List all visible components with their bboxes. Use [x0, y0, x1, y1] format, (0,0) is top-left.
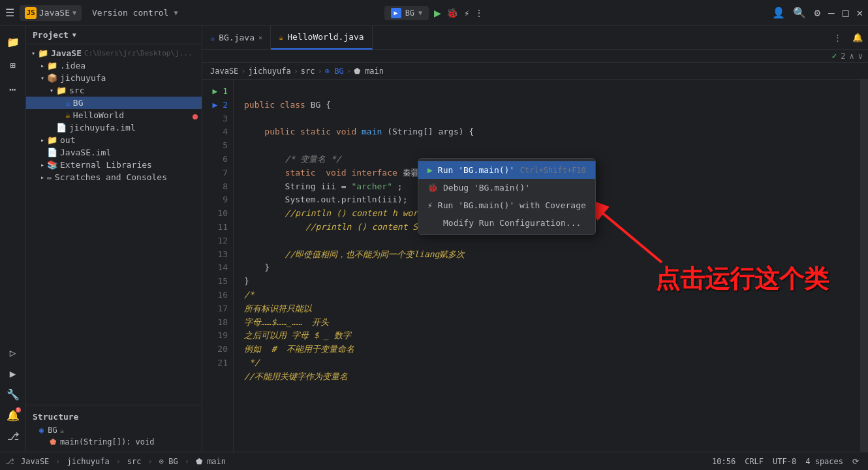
notification-bell[interactable]: 🔔	[847, 33, 868, 42]
statusbar-src[interactable]: src	[123, 457, 146, 466]
folder-icon-src: 📁	[56, 86, 67, 95]
tree-label-out: out	[60, 135, 75, 145]
folder-icon-btn[interactable]: 📁	[3, 31, 23, 52]
structure-item-bg-class[interactable]: ◉ BG ☕	[26, 424, 202, 436]
modify-menu-label: Modify Run Configuration...	[443, 218, 581, 228]
breadcrumb-javase[interactable]: JavaSE	[210, 67, 238, 76]
line-21-num: 21	[202, 356, 228, 370]
project-name-label: JavaSE	[39, 8, 70, 18]
context-menu-run[interactable]: ▶ Run 'BG.main()' Ctrl+Shift+F10	[418, 161, 595, 179]
run-config-selector[interactable]: ▶ BG ▼	[384, 6, 429, 20]
run-button[interactable]: ▶	[434, 6, 441, 20]
line-5-num: 5	[202, 139, 228, 153]
account-icon[interactable]: 👤	[772, 7, 785, 19]
sidebar-dropdown-icon[interactable]: ▼	[72, 31, 76, 39]
play-icon-btn[interactable]: ▶	[3, 363, 23, 384]
debug-button[interactable]: 🐞	[446, 7, 459, 19]
breadcrumb-main[interactable]: ⬟ main	[354, 67, 384, 76]
notifications-icon-btn[interactable]: 🔔 1	[3, 405, 23, 426]
coverage-menu-label: Run 'BG.main()' with Coverage	[438, 200, 586, 210]
code-editor[interactable]: public class BG { public static void mai…	[234, 80, 860, 452]
scratches-icon: ✏️	[47, 172, 52, 182]
sidebar: Project ▼ ▾ 📁 JavaSE C:\Users\jrz\Deskto…	[26, 26, 202, 452]
class-icon-small: ☕	[60, 426, 65, 435]
breadcrumb-src[interactable]: src	[301, 67, 315, 76]
project-panel-label[interactable]: Project	[33, 30, 69, 40]
run-icon-btn[interactable]: ▷	[3, 342, 23, 363]
minimize-button[interactable]: —	[828, 7, 835, 19]
line-11-num: 11	[202, 221, 228, 234]
tools-icon-btn[interactable]: 🔧	[3, 384, 23, 405]
structure-panel: Structure ◉ BG ☕ ⬟ main(String[]): void	[26, 405, 202, 452]
hamburger-menu-icon[interactable]: ☰	[5, 7, 14, 19]
line-20-num: 20	[202, 343, 228, 356]
tree-arrow-jichuyufa: ▾	[38, 74, 47, 82]
git-icon-btn[interactable]: ⎇	[3, 426, 23, 446]
settings-icon[interactable]: ⚙	[814, 7, 820, 19]
nav-down-icon[interactable]: ∨	[858, 52, 863, 61]
tree-item-jichuyufa[interactable]: ▾ 📦 jichuyufa	[26, 72, 202, 84]
tree-arrow-javase: ▾	[29, 50, 38, 57]
line-numbers: ▶ 1 ▶ 2 3 4 5 6 7 8 9 10 11 12 13 14 15 …	[202, 80, 234, 452]
statusbar-javase[interactable]: JavaSE	[17, 457, 53, 466]
context-menu-coverage[interactable]: ⚡ Run 'BG.main()' with Coverage	[418, 196, 595, 214]
more-button[interactable]: ⋮	[474, 8, 484, 18]
statusbar: ⎇ JavaSE › jichuyufa › src › ⊙ BG › ⬟ ma…	[0, 452, 868, 470]
tree-item-idea[interactable]: ▸ 📁 .idea	[26, 59, 202, 72]
run-config-dropdown-icon: ▼	[418, 9, 422, 16]
tree-item-helloworld[interactable]: ☕ HelloWorld	[26, 109, 202, 121]
tree-item-javase[interactable]: ▾ 📁 JavaSE C:\Users\jrz\Desktop\j...	[26, 47, 202, 59]
close-button[interactable]: ✕	[856, 7, 863, 19]
line-1-gutter[interactable]: ▶ 1	[202, 85, 228, 99]
structure-item-main-method[interactable]: ⬟ main(String[]): void	[26, 436, 202, 448]
tabs-more-button[interactable]: ⋮	[828, 33, 847, 42]
tree-label-helloworld: HelloWorld	[73, 110, 124, 120]
editor-scrollbar[interactable]	[860, 80, 868, 452]
tab-bg[interactable]: ☕ BG.java ✕	[202, 26, 271, 50]
breadcrumb-jichuyufa[interactable]: jichuyufa	[249, 67, 291, 76]
sidebar-tree: ▾ 📁 JavaSE C:\Users\jrz\Desktop\j... ▸ 📁…	[26, 44, 202, 405]
tree-item-ext-libs[interactable]: ▸ 📚 External Libraries	[26, 159, 202, 171]
line-2-gutter: ▶ 2	[202, 99, 228, 112]
tree-item-javase-iml[interactable]: 📄 JavaSE.iml	[26, 146, 202, 159]
statusbar-sync-icon[interactable]: ⟳	[848, 457, 863, 466]
coverage-button[interactable]: ⚡	[464, 8, 469, 18]
maximize-button[interactable]: □	[843, 7, 849, 19]
icon-bar-bottom: ▷ ▶ 🔧 🔔 1 ⎇	[3, 342, 23, 446]
class-icon-bg: ◉	[39, 426, 44, 435]
statusbar-main[interactable]: ⬟ main	[192, 457, 230, 466]
breadcrumb-sep3: ›	[318, 67, 322, 76]
statusbar-crlf[interactable]: CRLF	[741, 457, 767, 466]
tree-item-jichuyufa-iml[interactable]: 📄 jichuyufa.iml	[26, 121, 202, 134]
statusbar-bg[interactable]: ⊙ BG	[155, 457, 182, 466]
folder-icon-javase: 📁	[38, 48, 48, 58]
search-icon[interactable]: 🔍	[793, 7, 806, 19]
statusbar-encoding[interactable]: UTF-8	[769, 457, 800, 466]
structure-icon-btn[interactable]: ⊞	[3, 55, 23, 76]
tab-close-bg[interactable]: ✕	[258, 34, 262, 41]
breadcrumb-bg[interactable]: ⊙ BG	[325, 67, 344, 76]
context-menu-modify[interactable]: Modify Run Configuration...	[418, 214, 595, 232]
dots-icon-btn[interactable]: ⋯	[3, 78, 23, 99]
sidebar-header: Project ▼	[26, 26, 202, 44]
tab-helloworld[interactable]: ☕ HelloWorld.java	[271, 26, 373, 50]
tree-item-bg[interactable]: ☕ BG	[26, 97, 202, 109]
statusbar-indent[interactable]: 4 spaces	[801, 457, 847, 466]
run-config-label: BG	[405, 8, 414, 18]
nav-up-icon[interactable]: ∧	[850, 52, 854, 61]
vc-dropdown-icon[interactable]: ▼	[174, 9, 178, 16]
context-menu-debug[interactable]: 🐞 Debug 'BG.main()'	[418, 179, 595, 196]
statusbar-jichuyufa[interactable]: jichuyufa	[63, 457, 114, 466]
tree-label-javase-iml: JavaSE.iml	[60, 148, 111, 157]
run-menu-icon: ▶	[427, 165, 433, 175]
tree-item-src[interactable]: ▾ 📁 src	[26, 84, 202, 97]
tree-item-out[interactable]: ▸ 📁 out	[26, 134, 202, 146]
folder-icon-out: 📁	[47, 135, 57, 145]
version-control-label[interactable]: Version control	[92, 8, 168, 18]
tree-item-scratches[interactable]: ▸ ✏️ Scratches and Consoles	[26, 171, 202, 183]
tree-label-idea: .idea	[60, 61, 85, 70]
coverage-menu-icon: ⚡	[427, 200, 433, 210]
js-icon: JS	[25, 7, 37, 19]
project-selector[interactable]: JS JavaSE ▼	[20, 5, 82, 21]
tab-icon-helloworld: ☕	[279, 33, 283, 42]
